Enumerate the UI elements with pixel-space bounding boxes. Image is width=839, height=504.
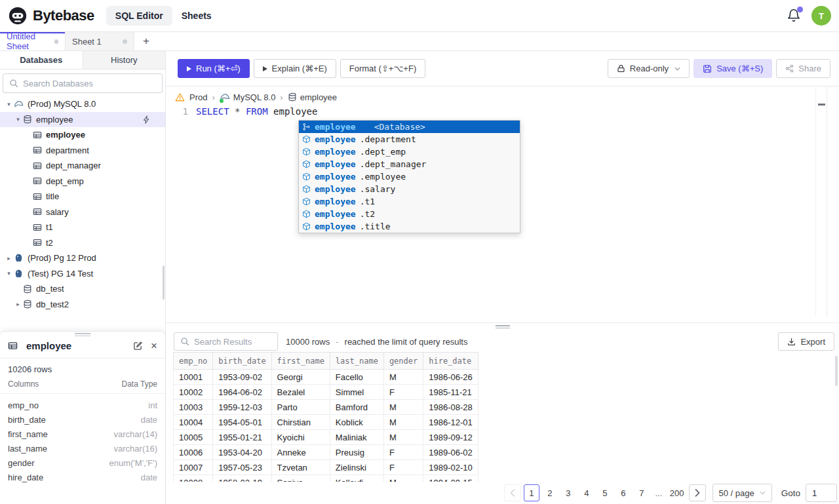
table-cell[interactable]: 10007 bbox=[174, 460, 213, 475]
tab-history[interactable]: History bbox=[83, 51, 166, 69]
page-button-4[interactable]: 4 bbox=[579, 484, 595, 501]
bytebase-logo[interactable]: Bytebase bbox=[8, 6, 94, 26]
search-databases-input[interactable] bbox=[23, 79, 156, 88]
tree-table-t1[interactable]: t1 bbox=[0, 220, 165, 235]
table-cell[interactable]: 1953-04-20 bbox=[213, 445, 271, 460]
suggest-item-department[interactable]: employee.department bbox=[299, 133, 520, 145]
table-cell[interactable]: 10003 bbox=[174, 400, 213, 415]
suggest-item-salary[interactable]: employee.salary bbox=[299, 183, 520, 195]
table-cell[interactable]: 1986-08-28 bbox=[423, 400, 478, 415]
breadcrumb-environment[interactable]: Prod bbox=[189, 92, 207, 102]
page-size-select[interactable]: 50 / page bbox=[712, 484, 772, 502]
tree-table-department[interactable]: department bbox=[0, 143, 165, 159]
notification-bell-icon[interactable] bbox=[787, 9, 801, 23]
tree-table-employee[interactable]: employee bbox=[0, 127, 165, 143]
breadcrumb-instance[interactable]: MySQL 8.0 bbox=[220, 92, 276, 102]
prev-page-button[interactable] bbox=[504, 484, 521, 501]
table-cell[interactable]: Bezalel bbox=[271, 385, 330, 400]
table-cell[interactable]: 1985-11-21 bbox=[423, 385, 478, 400]
table-cell[interactable]: 1953-09-02 bbox=[213, 370, 271, 385]
table-cell[interactable]: 10001 bbox=[174, 370, 213, 385]
results-resize-handle[interactable] bbox=[166, 322, 839, 330]
page-button-3[interactable]: 3 bbox=[560, 484, 576, 501]
column-header-last_name[interactable]: last_name bbox=[330, 353, 383, 370]
tree-table-title[interactable]: title bbox=[0, 189, 165, 204]
next-page-button[interactable] bbox=[689, 484, 706, 501]
suggest-item-database-employee[interactable]: employee<Database> bbox=[299, 121, 520, 133]
tree-table-t2[interactable]: t2 bbox=[0, 235, 165, 251]
column-header-birth_date[interactable]: birth_date bbox=[213, 353, 271, 370]
tree-instance--test-pg-14-test[interactable]: ▾(Test) PG 14 Test bbox=[0, 266, 165, 282]
export-button[interactable]: Export bbox=[778, 332, 834, 351]
table-cell[interactable]: 1954-05-01 bbox=[213, 415, 271, 430]
table-cell[interactable]: Koblick bbox=[330, 415, 383, 430]
table-cell[interactable]: 10004 bbox=[174, 415, 213, 430]
sql-editor[interactable]: Prod › MySQL 8.0 › bbox=[166, 86, 839, 322]
page-button-1[interactable]: 1 bbox=[524, 484, 539, 501]
column-header-gender[interactable]: gender bbox=[383, 353, 423, 370]
column-header-emp_no[interactable]: emp_no bbox=[174, 353, 213, 370]
tree-database-db-test[interactable]: db_test bbox=[0, 281, 165, 297]
table-cell[interactable]: 1964-06-02 bbox=[213, 385, 271, 400]
table-cell[interactable]: F bbox=[383, 385, 423, 400]
page-button-6[interactable]: 6 bbox=[615, 484, 631, 501]
table-cell[interactable]: Parto bbox=[271, 400, 330, 415]
table-cell[interactable]: 1955-01-21 bbox=[213, 430, 271, 445]
run-button[interactable]: Run (⌘+⏎) bbox=[178, 59, 250, 78]
table-cell[interactable]: 1986-06-26 bbox=[423, 370, 478, 385]
tree-instance--prod-mysql-8-0[interactable]: ▾(Prod) MySQL 8.0 bbox=[0, 96, 165, 112]
table-cell[interactable]: 1989-02-10 bbox=[423, 460, 478, 475]
nav-sql-editor[interactable]: SQL Editor bbox=[106, 6, 172, 26]
page-button-2[interactable]: 2 bbox=[542, 484, 558, 501]
table-cell[interactable]: M bbox=[383, 415, 423, 430]
table-cell[interactable]: Bamford bbox=[330, 400, 383, 415]
caret-right-icon[interactable]: ▸ bbox=[13, 301, 23, 307]
tree-table-dept-emp[interactable]: dept_emp bbox=[0, 174, 165, 189]
tree-database-employee[interactable]: ▾employee bbox=[0, 112, 165, 128]
suggest-item-dept_emp[interactable]: employee.dept_emp bbox=[299, 145, 520, 158]
table-cell[interactable]: Tzvetan bbox=[271, 460, 330, 475]
add-sheet-button[interactable]: + bbox=[134, 32, 158, 50]
table-cell[interactable]: M bbox=[383, 370, 423, 385]
edit-icon[interactable] bbox=[133, 341, 143, 351]
table-cell[interactable]: 10006 bbox=[174, 445, 213, 460]
table-cell[interactable]: F bbox=[383, 460, 423, 475]
table-cell[interactable]: 1959-12-03 bbox=[213, 400, 271, 415]
table-cell[interactable]: 10002 bbox=[174, 385, 213, 400]
caret-down-icon[interactable]: ▾ bbox=[4, 101, 14, 107]
share-button[interactable]: Share bbox=[776, 59, 830, 78]
caret-down-icon[interactable]: ▾ bbox=[13, 116, 23, 123]
code-line[interactable]: 1 SELECT * FROM employee bbox=[166, 105, 317, 118]
table-cell[interactable]: 1989-06-02 bbox=[423, 445, 478, 460]
table-cell[interactable]: 1957-05-23 bbox=[213, 460, 271, 475]
table-cell[interactable]: 1986-12-01 bbox=[423, 415, 478, 430]
nav-sheets[interactable]: Sheets bbox=[172, 6, 221, 26]
results-scrollbar[interactable] bbox=[835, 356, 838, 386]
caret-right-icon[interactable]: ▸ bbox=[4, 255, 14, 262]
table-cell[interactable]: Maliniak bbox=[330, 430, 383, 445]
sheet-tab-untitled[interactable]: Untitled Sheet bbox=[0, 32, 66, 50]
table-cell[interactable]: Preusig bbox=[330, 445, 383, 460]
table-cell[interactable]: Kyoichi bbox=[271, 430, 330, 445]
tree-database-db-test2[interactable]: ▸db_test2 bbox=[0, 297, 165, 313]
page-button-5[interactable]: 5 bbox=[597, 484, 613, 501]
tab-databases[interactable]: Databases bbox=[0, 51, 83, 69]
tree-instance--prod-pg-12-prod[interactable]: ▸(Prod) Pg 12 Prod bbox=[0, 250, 165, 266]
connect-bolt-icon[interactable] bbox=[142, 115, 151, 124]
suggest-item-t1[interactable]: employee.t1 bbox=[299, 195, 520, 208]
column-header-first_name[interactable]: first_name bbox=[271, 353, 330, 370]
table-cell[interactable]: M bbox=[383, 430, 423, 445]
table-cell[interactable]: Georgi bbox=[271, 370, 330, 385]
table-cell[interactable]: Simmel bbox=[330, 385, 383, 400]
column-header-hire_date[interactable]: hire_date bbox=[423, 353, 478, 370]
readonly-dropdown[interactable]: Read-only bbox=[608, 59, 690, 78]
avatar[interactable]: T bbox=[811, 6, 831, 26]
page-button-7[interactable]: 7 bbox=[634, 484, 650, 501]
goto-page-input[interactable] bbox=[806, 484, 837, 502]
tree-table-dept-manager[interactable]: dept_manager bbox=[0, 158, 165, 174]
tree-table-salary[interactable]: salary bbox=[0, 204, 165, 220]
table-cell[interactable]: Anneke bbox=[271, 445, 330, 460]
close-icon[interactable]: × bbox=[151, 340, 157, 351]
table-cell[interactable]: Chirstian bbox=[271, 415, 330, 430]
table-cell[interactable]: F bbox=[383, 445, 423, 460]
